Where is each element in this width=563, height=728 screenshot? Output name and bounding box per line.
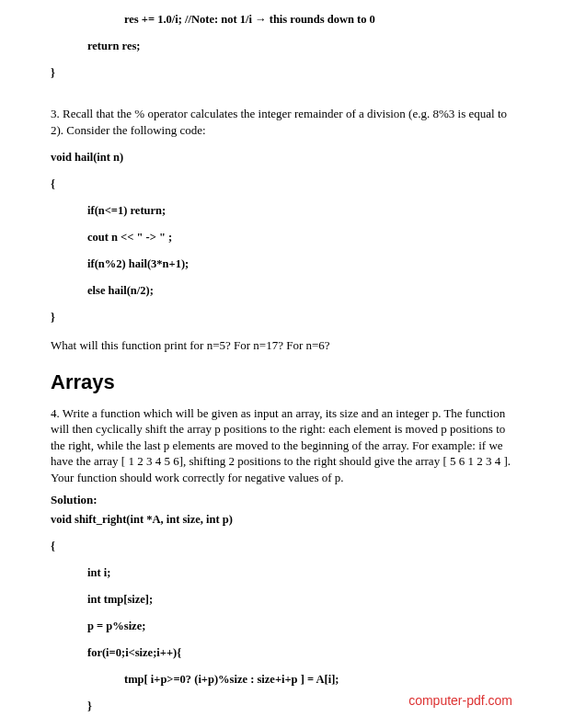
- code-line: tmp[ i+p>=0? (i+p)%size : size+i+p ] = A…: [51, 673, 512, 687]
- code-line: void hail(int n): [51, 151, 512, 165]
- code-line: if(n%2) hail(3*n+1);: [51, 257, 512, 271]
- code-line: for(i=0;i<size;i++){: [51, 646, 512, 660]
- code-line: if(n<=1) return;: [51, 204, 512, 218]
- code-line: int i;: [51, 566, 512, 580]
- question-text: What will this function print for n=5? F…: [51, 337, 512, 354]
- question-text: 3. Recall that the % operator calculates…: [51, 106, 512, 138]
- code-line: p = p%size;: [51, 620, 512, 633]
- code-line: int tmp[size];: [51, 593, 512, 607]
- code-line: }: [51, 311, 512, 324]
- section-heading: Arrays: [51, 370, 512, 394]
- code-line: else hail(n/2);: [51, 284, 512, 298]
- code-line: cout n << " -> " ;: [51, 231, 512, 245]
- code-line: {: [51, 177, 512, 191]
- code-line: res += 1.0/i; //Note: not 1/i → this rou…: [51, 13, 512, 27]
- solution-label: Solution:: [51, 493, 512, 507]
- footer-link: computer-pdf.com: [408, 693, 512, 708]
- code-line: {: [51, 540, 512, 553]
- code-line: void shift_right(int *A, int size, int p…: [51, 513, 512, 527]
- page-content: res += 1.0/i; //Note: not 1/i → this rou…: [0, 13, 563, 728]
- code-line: return res;: [51, 40, 512, 53]
- question-text: 4. Write a function which will be given …: [51, 405, 512, 486]
- code-line: }: [51, 66, 512, 80]
